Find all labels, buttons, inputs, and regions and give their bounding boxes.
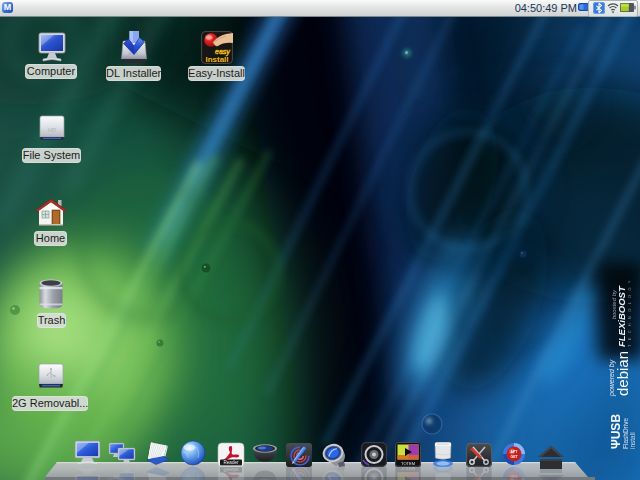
svg-text:HD: HD (48, 127, 56, 133)
svg-text:APT: APT (511, 450, 519, 454)
svg-text:GET: GET (511, 455, 519, 459)
svg-text:Install: Install (205, 55, 228, 64)
svg-text:Reader: Reader (223, 460, 239, 465)
